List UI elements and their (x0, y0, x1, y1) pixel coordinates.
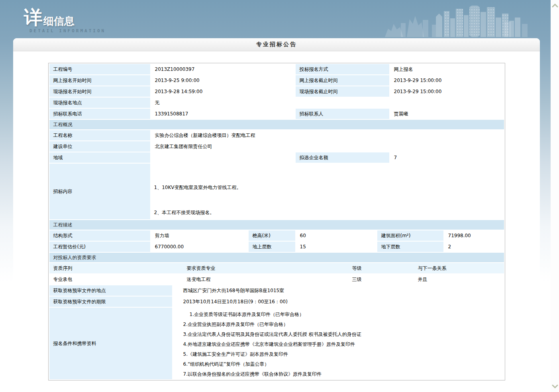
announcement-table: 工程编号 2013Z10000397 投标报名方式 网上报名 网上报名开始时间 … (48, 63, 505, 380)
field-label: 建设单位 (49, 141, 150, 152)
field-value: 2013-9-29 15:00:00 (390, 75, 504, 86)
page-title: 专业招标公告 (256, 41, 297, 48)
field-value: 7 (390, 152, 504, 163)
field-label: 工程编号 (49, 64, 150, 74)
table-row: 工程暂估价(元) 6770000.00 地上层数 15 地下层数 2 (49, 242, 504, 252)
table-cell: 送变电工程 (183, 274, 348, 285)
table-row: 地域 拟选企业名额 7 (49, 152, 504, 163)
material-item: 4.外地进京建筑业企业还应携带《北京市建筑业企业档案管理手册》原件及复印件 (183, 339, 504, 349)
field-label: 获取资格预审文件的地点 (49, 285, 172, 296)
field-label: 建筑面积(m²) (377, 230, 443, 241)
city-skyline-graphic (385, 0, 535, 37)
field-label: 网上报名开始时间 (49, 75, 150, 86)
table-row: 工程编号 2013Z10000397 投标报名方式 网上报名 (49, 64, 504, 74)
title-bar: 专业招标公告 (13, 38, 540, 51)
field-label: 网上报名截止时间 (296, 75, 389, 86)
material-item: 6.“组织机构代码证”复印件（加盖公章） (183, 359, 504, 369)
field-value: 网上报名 (390, 64, 504, 74)
field-value: 无 (151, 98, 295, 108)
field-label: 檐高(米) (249, 230, 295, 241)
field-value: 71998.00 (444, 230, 504, 241)
field-label (296, 98, 389, 108)
scroll-down-icon[interactable] (552, 384, 558, 389)
material-item: 3.企业法定代表人身份证明及其身份证或法定代表人委托授 权书及被委托人的身份证 (183, 330, 504, 339)
brand-cn-rest: 细信息 (43, 16, 75, 27)
column-header: 等级 (348, 263, 414, 273)
table-row: 工程名称 实验办公综合楼（新建综合楼项目）变配电工程 (49, 130, 504, 140)
table-row: 现场报名地点 无 (49, 98, 504, 108)
field-value-materials-list: 1.企业资质等级证书副本原件及复印件（已年审合格） 2.企业营业执照副本原件及复… (173, 308, 504, 379)
content-panel: 专业招标公告 工程编号 2013Z10000397 投标报名方式 网上报名 网上… (13, 38, 540, 392)
field-label: 地下层数 (377, 242, 443, 252)
field-value (151, 152, 295, 163)
field-label: 工程名称 (49, 130, 150, 140)
material-item: 1.企业资质等级证书副本原件及复印件（已年审合格） (183, 310, 504, 320)
table-row-bid-content: 招标内容 1、10KV变配电室及室外电力管线工程。 2、本工程不接受现场报名。 (49, 164, 504, 219)
brand-cn-big: 详 (24, 8, 43, 27)
table-row: 网上报名开始时间 2013-9-25 9:00:00 网上报名截止时间 2013… (49, 75, 504, 86)
field-value: 2013-9-28 14:59:00 (151, 86, 295, 97)
field-label: 招标联系人 (296, 109, 389, 119)
table-row-materials: 报名条件和携带资料 1.企业资质等级证书副本原件及复印件（已年审合格） 2.企业… (49, 308, 504, 379)
table-row: 结构形式 剪力墙 檐高(米) 60 建筑面积(m²) 71998.00 (49, 230, 504, 241)
field-label: 招标联系电话 (49, 109, 150, 119)
field-label: 拟选企业名额 (296, 152, 389, 163)
field-label: 地上层数 (249, 242, 295, 252)
field-label: 现场报名开始时间 (49, 86, 150, 97)
field-value: 实验办公综合楼（新建综合楼项目）变配电工程 (151, 130, 504, 140)
material-item: 2.企业营业执照副本原件及复印件（已年审合格） (183, 320, 504, 330)
field-value: 2013-9-25 9:00:00 (151, 75, 295, 86)
field-label: 投标报名方式 (296, 64, 389, 74)
field-value: 1、10KV变配电室及室外电力管线工程。 2、本工程不接受现场报名。 (151, 164, 504, 219)
field-value: 贾晨曦 (390, 109, 504, 119)
column-header: 资质序列 (49, 263, 183, 273)
field-value (390, 98, 504, 108)
table-row: 招标联系电话 13391508817 招标联系人 贾晨曦 (49, 109, 504, 119)
table-cell: 专业承包 (49, 274, 183, 285)
field-value: 北京建工集团有限责任公司 (151, 141, 504, 152)
field-value: 西城区广安门外大街168号朗琴国际B座1015室 (173, 285, 504, 296)
section-header-description: 工程描述 (49, 220, 504, 230)
field-value: 2013-9-29 15:00:00 (390, 86, 504, 97)
section-header-qualification: 对投标人的资质要求 (49, 253, 504, 262)
field-value: 13391508817 (151, 109, 295, 119)
scrollbar[interactable] (551, 0, 559, 392)
section-header-overview: 工程概况 (49, 120, 504, 129)
brand-en-subtitle: DETAIL INFORMATION (29, 28, 106, 33)
qualification-data-row: 专业承包 送变电工程 三级 并且 (49, 274, 504, 285)
field-value: 60 (296, 230, 377, 241)
bid-content-line: 1、10KV变配电室及室外电力管线工程。 (154, 184, 504, 191)
table-row: 获取资格预审文件的期限 2013年10月14日至10月18日(9：00至16：0… (49, 296, 504, 307)
bid-content-line: 2、本工程不接受现场报名。 (154, 209, 504, 216)
column-header: 要求资质专业 (183, 263, 348, 273)
table-cell: 三级 (348, 274, 414, 285)
field-value: 2013年10月14日至10月18日(9：00至16：00) (173, 296, 504, 307)
field-value: 2013Z10000397 (151, 64, 295, 74)
field-label: 现场报名截止时间 (296, 86, 389, 97)
field-label: 地域 (49, 152, 150, 163)
column-header: 与下一条关系 (414, 263, 504, 273)
field-value: 6770000.00 (151, 242, 248, 252)
table-cell: 并且 (414, 274, 504, 285)
table-row: 获取资格预审文件的地点 西城区广安门外大街168号朗琴国际B座1015室 (49, 285, 504, 296)
field-value: 2 (444, 242, 504, 252)
field-label: 招标内容 (49, 164, 150, 219)
header-brand: 详 细信息 DETAIL INFORMATION (24, 8, 106, 33)
table-row: 建设单位 北京建工集团有限责任公司 (49, 141, 504, 152)
field-label: 工程暂估价(元) (49, 242, 150, 252)
qualification-header-row: 资质序列 要求资质专业 等级 与下一条关系 (49, 263, 504, 273)
field-label: 报名条件和携带资料 (49, 308, 172, 379)
material-item: 7.以联合体身份报名的企业还应携带《联合体协议》原件及复印件 (183, 369, 504, 379)
field-label: 现场报名地点 (49, 98, 150, 108)
material-item: 5.《建筑施工安全生产许可证》副本原件及复印件 (183, 349, 504, 359)
field-label: 获取资格预审文件的期限 (49, 296, 172, 307)
field-label: 结构形式 (49, 230, 150, 241)
field-value: 15 (296, 242, 377, 252)
scroll-up-icon[interactable] (552, 3, 558, 8)
field-value: 剪力墙 (151, 230, 248, 241)
table-row: 现场报名开始时间 2013-9-28 14:59:00 现场报名截止时间 201… (49, 86, 504, 97)
